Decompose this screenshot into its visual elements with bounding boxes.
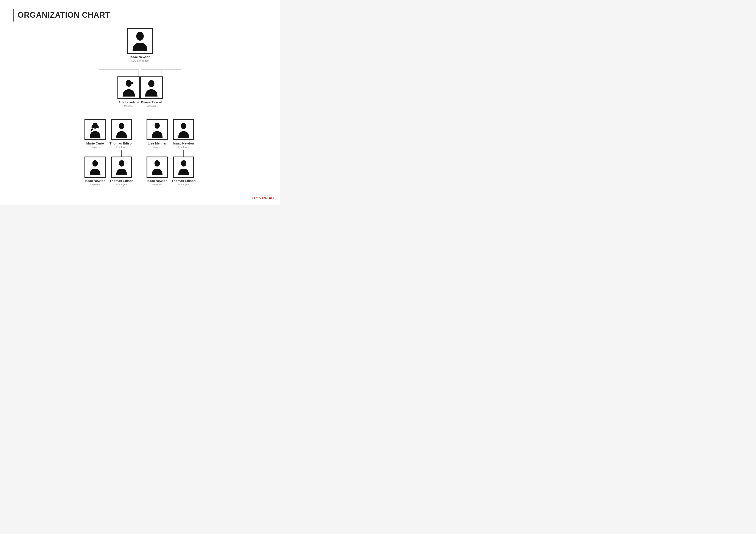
v-from-ada — [109, 107, 109, 114]
logo-brand-accent: LAB — [267, 196, 274, 200]
v-line-left-manager — [139, 70, 139, 76]
level2-branch: Ada Lovelace Manager — [98, 69, 182, 107]
org-chart: Isaac Newton CEO & President — [13, 28, 267, 186]
avatar-ada — [118, 76, 140, 99]
page: ORGANIZATION CHART Isaac Newton CEO & Pr… — [0, 0, 280, 205]
silhouette-ada-icon — [120, 79, 138, 96]
isaac-emp1-name: Isaac Newton — [85, 179, 105, 183]
isaac-emp1-role: Employee — [90, 183, 100, 186]
person-thomas1: Thomas Edison Employee — [109, 119, 134, 148]
right-branch: Blaise Pascal Manager — [140, 69, 182, 107]
isaac-emp-section: Isaac Newton Employee — [172, 119, 196, 186]
blaise-name: Blaise Pascal — [141, 100, 162, 104]
person-ceo: Isaac Newton CEO & President — [127, 28, 153, 62]
person-marie: Marie Curie Employee — [85, 119, 106, 148]
lower-levels: Marie Curie Employee — [85, 107, 196, 186]
lise-name: Lise Meitner — [148, 141, 167, 145]
avatar-lise — [147, 119, 168, 140]
blaise-right-drop — [184, 114, 184, 119]
avatar-thomas-emp1 — [111, 157, 132, 178]
thomas-section: Thomas Edison Employee — [109, 119, 134, 186]
silhouette-marie-icon — [87, 121, 103, 138]
thomas1-role: Employee — [116, 146, 127, 148]
blaise-role: Manager — [147, 105, 156, 107]
silhouette-isaac-emp1-icon — [87, 159, 103, 175]
ada-h-bar — [96, 114, 122, 119]
avatar-thomas-emp2 — [173, 157, 194, 178]
svg-point-9 — [181, 123, 186, 129]
blaise-subtree: Lise Meitner Employee — [147, 107, 196, 186]
svg-point-8 — [154, 160, 160, 166]
logo-brand-plain: Template — [252, 196, 267, 200]
person-lise: Lise Meitner Employee — [147, 119, 168, 148]
person-isaac-emp1: Isaac Newton Employee — [85, 157, 106, 186]
person-ada: Ada Lovelace Manager — [118, 76, 140, 107]
silhouette-isaac-emp2-icon — [149, 159, 166, 175]
thomas-emp2-name: Thomas Edison — [172, 179, 196, 183]
isaac-l3-name: Isaac Newton — [173, 141, 194, 145]
lise-section: Lise Meitner Employee — [147, 119, 168, 186]
person-isaac-emp2: Isaac Newton Employee — [147, 157, 168, 186]
silhouette-thomas1-icon — [113, 121, 130, 138]
left-branch-wrapper: Ada Lovelace Manager — [98, 69, 140, 107]
title-bar — [13, 9, 14, 21]
lise-role: Employee — [152, 146, 162, 148]
v-from-blaise — [171, 107, 171, 114]
ada-name: Ada Lovelace — [118, 100, 139, 104]
silhouette-thomas-emp1-icon — [113, 159, 130, 175]
person-isaac-l3: Isaac Newton Employee — [173, 119, 194, 148]
ceo-role: CEO & President — [131, 60, 149, 62]
ceo-section: Isaac Newton CEO & President — [127, 28, 153, 69]
silhouette-ceo-icon — [130, 31, 150, 51]
v-lise-down — [157, 150, 157, 157]
right-branch-wrapper: Blaise Pascal Manager — [140, 69, 182, 107]
avatar-ceo — [127, 28, 153, 54]
v-isaac-l3-down — [183, 150, 184, 157]
isaac-emp2-name: Isaac Newton — [147, 179, 168, 183]
right-v — [161, 70, 161, 76]
avatar-blaise — [140, 76, 163, 99]
silhouette-lise-icon — [149, 121, 166, 138]
avatar-isaac-emp1 — [85, 157, 106, 178]
person-thomas-emp1: Thomas Edison Employee — [109, 157, 134, 186]
ada-right-drop — [122, 114, 122, 119]
blaise-left-drop — [158, 114, 158, 119]
thomas-emp1-name: Thomas Edison — [109, 179, 134, 183]
left-branch: Ada Lovelace Manager — [98, 69, 140, 107]
svg-point-5 — [119, 123, 124, 129]
ada-role: Manager — [124, 105, 133, 107]
marie-section: Marie Curie Employee — [85, 119, 106, 186]
thomas-emp1-role: Employee — [116, 183, 127, 186]
svg-point-7 — [154, 122, 160, 129]
blaise-children: Lise Meitner Employee — [147, 119, 196, 186]
isaac-l3-role: Employee — [178, 146, 189, 148]
svg-point-0 — [136, 32, 144, 41]
ada-subtree: Marie Curie Employee — [85, 107, 134, 186]
thomas-emp2-role: Employee — [178, 183, 189, 186]
left-v — [99, 70, 139, 76]
logo-created-by-text: CREATED BY — [260, 194, 274, 196]
title-section: ORGANIZATION CHART — [13, 9, 267, 21]
thomas1-name: Thomas Edison — [109, 141, 134, 145]
v-marie-down — [95, 150, 95, 157]
svg-point-2 — [148, 80, 154, 87]
silhouette-thomas-emp2-icon — [176, 159, 192, 175]
page-title: ORGANIZATION CHART — [18, 11, 110, 20]
avatar-isaac-l3 — [173, 119, 194, 140]
person-thomas-emp2: Thomas Edison Employee — [172, 157, 196, 186]
avatar-isaac-emp2 — [147, 157, 168, 178]
avatar-marie — [85, 119, 106, 140]
marie-role: Employee — [90, 146, 100, 148]
silhouette-isaac-l3-icon — [176, 121, 192, 138]
silhouette-blaise-icon — [143, 79, 160, 96]
ada-children: Marie Curie Employee — [85, 119, 134, 186]
isaac-emp2-role: Employee — [152, 183, 162, 186]
logo-brand: TemplateLAB — [252, 196, 274, 200]
marie-name: Marie Curie — [86, 141, 104, 145]
logo-area: CREATED BY TemplateLAB — [252, 194, 274, 200]
v-line-right-manager — [161, 70, 161, 76]
svg-point-4 — [93, 160, 98, 166]
person-blaise: Blaise Pascal Manager — [140, 76, 163, 107]
v-thomas1-down — [121, 150, 122, 157]
svg-point-6 — [119, 160, 124, 166]
